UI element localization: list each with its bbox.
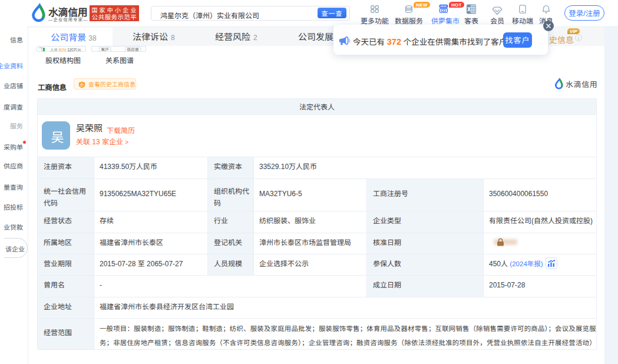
svg-text:企: 企 — [80, 81, 84, 87]
